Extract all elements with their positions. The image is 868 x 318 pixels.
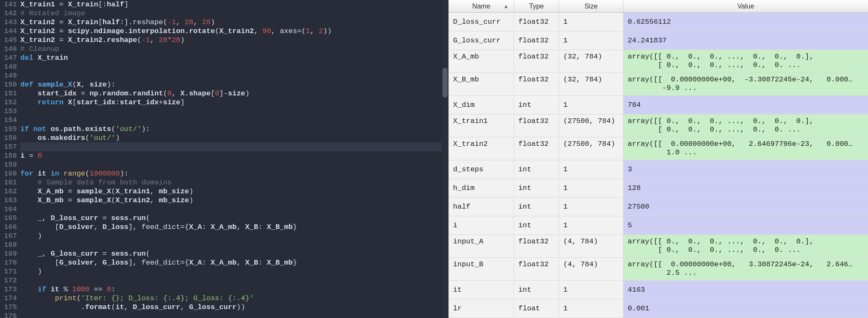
line-content[interactable]: X_A_mb = sample_X(X_train1, mb_size) (20, 187, 448, 196)
header-value[interactable]: Value (623, 0, 868, 12)
editor-scrollbar[interactable] (442, 0, 448, 318)
line-content[interactable] (20, 107, 448, 116)
line-content[interactable]: _, G_loss_curr = sess.run( (20, 249, 448, 258)
cell-value[interactable]: 3 (623, 160, 868, 179)
line-content[interactable]: del X_train (20, 53, 448, 62)
line-content[interactable] (20, 205, 448, 214)
table-row[interactable]: input_Bfloat32(4, 784)array([[ 0.0000000… (449, 258, 868, 281)
line-content[interactable]: X_B_mb = sample_X(X_train2, mb_size) (20, 196, 448, 205)
code-line[interactable]: 168 (0, 240, 448, 249)
cell-value[interactable]: 27500 (623, 198, 868, 216)
line-content[interactable] (20, 312, 448, 318)
line-content[interactable] (20, 116, 448, 125)
code-line[interactable]: 164 (0, 205, 448, 214)
line-content[interactable]: # Rotated image (20, 9, 448, 18)
scrollbar-thumb[interactable] (442, 68, 448, 98)
table-row[interactable]: iint15 (449, 216, 868, 235)
code-line[interactable]: 167 ) (0, 232, 448, 240)
cell-value[interactable]: array([[ 0.00000000e+00, 3.30872245e-24,… (623, 258, 868, 280)
line-content[interactable]: if it % 1000 == 0: (20, 285, 448, 294)
code-line[interactable]: 161 # Sample data from both domains (0, 178, 448, 187)
code-line[interactable]: 170 [G_solver, G_loss], feed_dict={X_A: … (0, 258, 448, 267)
table-row[interactable]: itint14163 (449, 281, 868, 299)
line-content[interactable] (20, 160, 448, 169)
code-line[interactable]: 152 return X[start_idx:start_idx+size] (0, 98, 448, 107)
code-line[interactable]: 147del X_train (0, 53, 448, 62)
code-line[interactable]: 169 _, G_loss_curr = sess.run( (0, 249, 448, 258)
code-line[interactable]: 142# Rotated image (0, 9, 448, 18)
cell-value[interactable]: array([[ 0., 0., 0., ..., 0., 0., 0.], [… (623, 114, 868, 137)
line-content[interactable] (20, 71, 448, 80)
code-line[interactable]: 144X_train2 = scipy.ndimage.interpolatio… (0, 27, 448, 36)
table-row[interactable]: D_loss_currfloat3210.62556112 (449, 13, 868, 31)
line-content[interactable]: X_train2 = X_train[half:].reshape(-1, 28… (20, 18, 448, 27)
table-row[interactable]: d_stepsint13 (449, 160, 868, 179)
code-editor[interactable]: 141X_train1 = X_train[:half]142# Rotated… (0, 0, 448, 318)
line-content[interactable]: X_train2 = scipy.ndimage.interpolation.r… (20, 27, 448, 36)
line-content[interactable]: if not os.path.exists('out/'): (20, 125, 448, 134)
code-line[interactable]: 163 X_B_mb = sample_X(X_train2, mb_size) (0, 196, 448, 205)
cell-value[interactable]: 128 (623, 179, 868, 197)
line-content[interactable]: _, D_loss_curr = sess.run( (20, 214, 448, 223)
table-row[interactable]: X_B_mbfloat32(32, 784)array([[ 0.0000000… (449, 73, 868, 96)
line-content[interactable]: X_train1 = X_train[:half] (20, 0, 448, 9)
table-row[interactable]: X_train2float32(27500, 784)array([[ 0.00… (449, 137, 868, 160)
code-line[interactable]: 143X_train2 = X_train[half:].reshape(-1,… (0, 18, 448, 27)
line-content[interactable]: os.makedirs('out/') (20, 134, 448, 142)
line-content[interactable]: start_idx = np.random.randint(0, X.shape… (20, 89, 448, 98)
code-line[interactable]: 149 (0, 71, 448, 80)
line-content[interactable]: print('Iter: {}; D_loss: {:.4}; G_loss: … (20, 294, 448, 303)
line-content[interactable]: return X[start_idx:start_idx+size] (20, 98, 448, 107)
table-row[interactable]: h_dimint1128 (449, 179, 868, 198)
line-content[interactable]: .format(it, D_loss_curr, G_loss_curr)) (20, 303, 448, 312)
cell-value[interactable]: 0.62556112 (623, 13, 868, 31)
header-name[interactable]: Name ▲ (449, 0, 514, 12)
line-content[interactable] (20, 62, 448, 71)
line-content[interactable]: ) (20, 232, 448, 240)
line-content[interactable] (20, 240, 448, 249)
cell-value[interactable]: 0.001 (623, 299, 868, 318)
line-content[interactable]: X_train2 = X_train2.reshape(-1, 28*28) (20, 36, 448, 45)
line-content[interactable]: i = 0 (20, 151, 448, 160)
code-line[interactable]: 159 (0, 160, 448, 169)
header-type[interactable]: Type (514, 0, 559, 12)
cell-value[interactable]: 784 (623, 96, 868, 114)
code-line[interactable]: 145X_train2 = X_train2.reshape(-1, 28*28… (0, 36, 448, 45)
cell-value[interactable]: array([[ 0.00000000e+00, 2.64697796e-23,… (623, 137, 868, 160)
line-content[interactable] (20, 142, 448, 151)
line-content[interactable]: ) (20, 267, 448, 276)
code-line[interactable]: 173 if it % 1000 == 0: (0, 285, 448, 294)
table-row[interactable]: halfint127500 (449, 198, 868, 216)
code-line[interactable]: 158i = 0 (0, 151, 448, 160)
line-content[interactable]: [D_solver, D_loss], feed_dict={X_A: X_A_… (20, 223, 448, 232)
table-row[interactable]: G_loss_currfloat32124.241837 (449, 31, 868, 50)
code-line[interactable]: 171 ) (0, 267, 448, 276)
line-content[interactable]: # Cleanup (20, 45, 448, 53)
code-line[interactable]: 151 start_idx = np.random.randint(0, X.s… (0, 89, 448, 98)
table-row[interactable]: X_dimint1784 (449, 96, 868, 114)
table-row[interactable]: X_train1float32(27500, 784)array([[ 0., … (449, 114, 868, 137)
code-line[interactable]: 176 (0, 312, 448, 318)
code-line[interactable]: 148 (0, 62, 448, 71)
code-line[interactable]: 153 (0, 107, 448, 116)
code-line[interactable]: 155if not os.path.exists('out/'): (0, 125, 448, 134)
code-line[interactable]: 157 (0, 142, 448, 151)
cell-value[interactable]: array([[ 0.00000000e+00, -3.30872245e-24… (623, 73, 868, 95)
code-line[interactable]: 162 X_A_mb = sample_X(X_train1, mb_size) (0, 187, 448, 196)
cell-value[interactable]: 5 (623, 216, 868, 234)
code-line[interactable]: 156 os.makedirs('out/') (0, 134, 448, 142)
table-row[interactable]: X_A_mbfloat32(32, 784)array([[ 0., 0., 0… (449, 50, 868, 73)
code-line[interactable]: 146# Cleanup (0, 45, 448, 53)
line-content[interactable]: def sample_X(X, size): (20, 80, 448, 89)
code-line[interactable]: 150def sample_X(X, size): (0, 80, 448, 89)
code-line[interactable]: 165 _, D_loss_curr = sess.run( (0, 214, 448, 223)
header-size[interactable]: Size (559, 0, 623, 12)
line-content[interactable]: # Sample data from both domains (20, 178, 448, 187)
table-row[interactable]: input_Afloat32(4, 784)array([[ 0., 0., 0… (449, 235, 868, 258)
code-line[interactable]: 160for it in range(1000000): (0, 169, 448, 178)
code-line[interactable]: 141X_train1 = X_train[:half] (0, 0, 448, 9)
cell-value[interactable]: 24.241837 (623, 31, 868, 50)
cell-value[interactable]: 4163 (623, 281, 868, 299)
line-content[interactable] (20, 276, 448, 285)
code-line[interactable]: 172 (0, 276, 448, 285)
